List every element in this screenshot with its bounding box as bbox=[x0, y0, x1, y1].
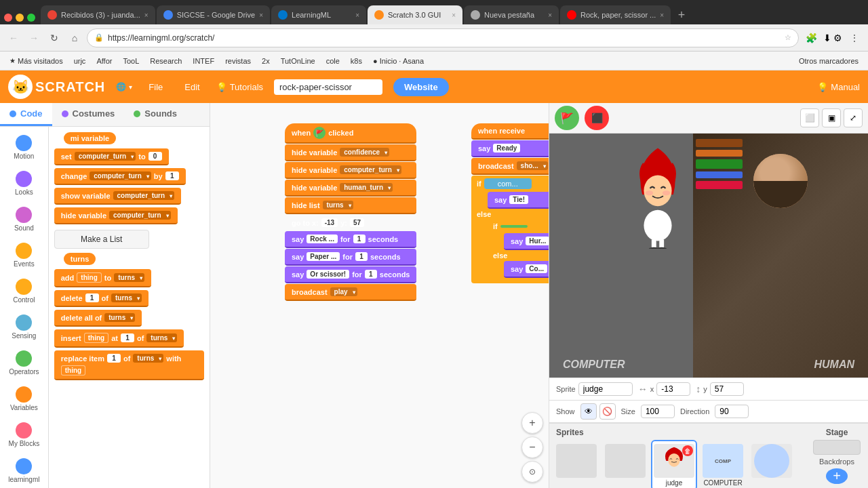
block-delete-of-turns[interactable]: delete 1 of turns bbox=[54, 290, 149, 307]
block-set-computer-turn[interactable]: set computer_turn to 0 bbox=[54, 148, 169, 165]
small-stage-button[interactable]: ⬜ bbox=[800, 108, 819, 127]
bookmark-urjc[interactable]: urjc bbox=[70, 56, 90, 66]
sprite-size-input[interactable] bbox=[641, 405, 675, 418]
menu-icon[interactable]: ⋮ bbox=[846, 30, 863, 46]
language-selector[interactable]: 🌐 ▾ bbox=[116, 82, 132, 92]
tab-code[interactable]: Code bbox=[0, 103, 52, 126]
bookmark-tool[interactable]: TooL bbox=[119, 56, 143, 66]
category-sensing[interactable]: Sensing bbox=[0, 309, 48, 345]
broadcast-play-block[interactable]: broadcast play bbox=[285, 284, 416, 301]
bookmark-affor[interactable]: Affor bbox=[92, 56, 116, 66]
sprite-y-input[interactable] bbox=[710, 382, 744, 396]
block-delete-all[interactable]: delete all of turns bbox=[54, 310, 142, 327]
block-show-variable[interactable]: show variable computer_turn bbox=[54, 188, 181, 205]
extensions-icon[interactable]: 🧩 bbox=[803, 30, 819, 46]
tab-scratch[interactable]: Scratch 3.0 GUI × bbox=[368, 5, 462, 24]
hide-computer-turn-block[interactable]: hide variable computer_turn bbox=[285, 162, 416, 179]
bookmark-mas-visitados[interactable]: ★Más visitados bbox=[5, 56, 67, 66]
variable-checkbox[interactable] bbox=[54, 135, 61, 142]
sprite-thumb-2[interactable] bbox=[602, 440, 648, 488]
zoom-out-button[interactable]: − bbox=[521, 436, 543, 458]
zoom-in-button[interactable]: + bbox=[521, 412, 543, 434]
category-motion[interactable]: Motion bbox=[0, 129, 48, 165]
when-receive-block[interactable]: when receive bbox=[471, 123, 549, 140]
category-operators[interactable]: Operators bbox=[0, 345, 48, 381]
zoom-reset-button[interactable]: ⊙ bbox=[521, 461, 543, 483]
sprite-x-input[interactable] bbox=[656, 382, 690, 396]
hide-human-turn-block[interactable]: hide variable human_turn bbox=[285, 180, 416, 197]
scratch-logo[interactable]: 🐱 SCRATCH bbox=[8, 75, 105, 99]
say-tie-block[interactable]: say Tie! bbox=[488, 192, 549, 209]
bookmark-intef[interactable]: INTEF bbox=[189, 56, 218, 66]
say-hur-block[interactable]: say Hur... bbox=[504, 233, 549, 250]
say-paper-block[interactable]: say Paper ... for 1 seconds bbox=[285, 249, 416, 266]
new-tab-button[interactable]: + bbox=[672, 5, 691, 24]
bookmark-star-icon[interactable]: ☆ bbox=[785, 33, 791, 42]
tab-costumes[interactable]: Costumes bbox=[52, 103, 125, 126]
maximize-window-btn[interactable] bbox=[27, 14, 35, 22]
tab-gmail[interactable]: Recibidos (3) - juanda... × bbox=[41, 5, 155, 24]
broadcast-show-block[interactable]: broadcast sho... bbox=[471, 158, 549, 175]
block-stack-1[interactable]: when 🚩 clicked hide variable confidence … bbox=[285, 123, 416, 302]
home-button[interactable]: ⌂ bbox=[66, 30, 83, 46]
category-learningml[interactable]: learningml bbox=[0, 453, 48, 488]
block-stack-2[interactable]: when receive say Ready broadcast sho... bbox=[471, 123, 549, 284]
block-add-thing[interactable]: add thing to turns bbox=[54, 269, 151, 287]
manual-button[interactable]: 💡 Manual bbox=[817, 82, 860, 92]
mi-variable-chip[interactable]: mi variable bbox=[64, 132, 116, 144]
say-scissor-block[interactable]: say Or scissor! for 1 seconds bbox=[285, 266, 416, 283]
sprite-direction-input[interactable] bbox=[715, 405, 749, 418]
category-control[interactable]: Control bbox=[0, 273, 48, 309]
tutorials-button[interactable]: 💡 Tutorials bbox=[216, 82, 263, 92]
bookmark-tutonline[interactable]: TutOnLine bbox=[277, 56, 319, 66]
make-a-list-button[interactable]: Make a List bbox=[54, 230, 149, 249]
sprite-delete-judge[interactable]: 🗑 bbox=[682, 445, 693, 456]
website-button[interactable]: Website bbox=[393, 78, 449, 96]
add-backdrop-button[interactable]: + bbox=[826, 468, 848, 484]
bookmark-otros[interactable]: Otros marcadores bbox=[795, 56, 863, 66]
file-menu[interactable]: File bbox=[143, 79, 168, 95]
forward-button[interactable]: → bbox=[26, 30, 42, 46]
block-hide-variable[interactable]: hide variable computer_turn bbox=[54, 207, 178, 224]
tab-sounds[interactable]: Sounds bbox=[124, 103, 186, 126]
category-events[interactable]: Events bbox=[0, 237, 48, 273]
if-block[interactable]: if com... say Tie! else bbox=[471, 176, 549, 283]
extensions-manager-icon[interactable]: ⚙ bbox=[833, 33, 842, 43]
edit-menu[interactable]: Edit bbox=[179, 79, 205, 95]
back-button[interactable]: ← bbox=[5, 30, 22, 46]
green-flag-button[interactable]: 🚩 bbox=[555, 106, 579, 130]
address-input[interactable] bbox=[108, 33, 781, 43]
say-rock-block[interactable]: say Rock ... for 1 seconds bbox=[285, 231, 416, 248]
tab-learningml[interactable]: LearningML × bbox=[271, 5, 366, 24]
sprite-thumb-5[interactable] bbox=[749, 440, 795, 488]
tab-gdrive[interactable]: SIGCSE - Google Drive × bbox=[157, 5, 270, 24]
tab-rock[interactable]: Rock, paper, scissor ... × bbox=[560, 5, 671, 24]
category-my-blocks[interactable]: My Blocks bbox=[0, 417, 48, 453]
hide-confidence-block[interactable]: hide variable confidence bbox=[285, 144, 416, 161]
say-co-block[interactable]: say Co... bbox=[504, 261, 549, 278]
when-clicked-block[interactable]: when 🚩 clicked bbox=[285, 123, 416, 144]
block-replace-item[interactable]: replace item 1 of turns with thing bbox=[54, 350, 204, 380]
minimize-window-btn[interactable] bbox=[16, 14, 24, 22]
turns-chip[interactable]: turns bbox=[64, 253, 96, 265]
category-variables[interactable]: Variables bbox=[0, 381, 48, 417]
stop-button[interactable]: ⬛ bbox=[585, 106, 609, 130]
bookmark-k8s[interactable]: k8s bbox=[347, 56, 366, 66]
close-window-btn[interactable] bbox=[4, 14, 12, 22]
bookmark-cole[interactable]: cole bbox=[322, 56, 344, 66]
show-sprite-button[interactable]: 👁 bbox=[580, 403, 597, 420]
inner-if-block[interactable]: if say Hur... else bbox=[488, 220, 549, 281]
sprite-thumb-computer[interactable]: COMP COMPUTER bbox=[700, 440, 746, 488]
refresh-button[interactable]: ↻ bbox=[46, 30, 62, 46]
project-name-input[interactable] bbox=[274, 79, 382, 95]
sprite-name-input[interactable] bbox=[578, 382, 633, 396]
bookmark-revistas[interactable]: revistas bbox=[221, 56, 255, 66]
bookmark-research[interactable]: Research bbox=[146, 56, 186, 66]
goto-xy-block[interactable]: go to x: -13 y: 57 bbox=[285, 215, 416, 230]
bookmark-inicio-asana[interactable]: ● Inicio · Asana bbox=[369, 56, 428, 66]
turns-checkbox[interactable] bbox=[54, 256, 61, 262]
sprite-thumb-1[interactable] bbox=[553, 440, 599, 488]
block-insert[interactable]: insert thing at 1 of turns bbox=[54, 329, 184, 348]
say-ready-block[interactable]: say Ready bbox=[471, 140, 549, 157]
sprite-thumb-judge[interactable]: 🗑 judge bbox=[651, 440, 697, 488]
